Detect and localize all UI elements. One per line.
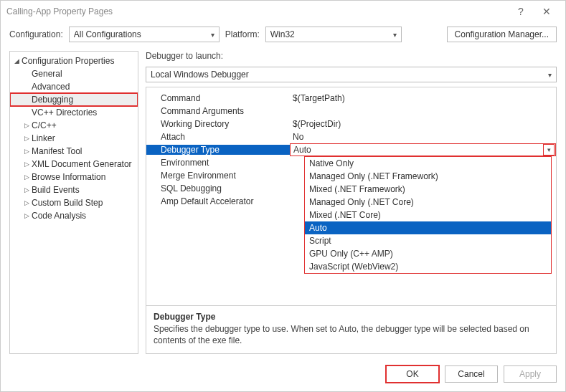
- grid-row[interactable]: Command Arguments: [146, 105, 556, 118]
- right-pane: Debugger to launch: Local Windows Debugg…: [146, 51, 557, 354]
- grid-property-name: Working Directory: [146, 119, 290, 129]
- debugger-launch-combo[interactable]: Local Windows Debugger ▾: [146, 67, 557, 82]
- dropdown-option[interactable]: Native Only: [305, 157, 551, 170]
- caret-down-icon: ◢: [13, 57, 20, 64]
- grid-property-name: Command: [146, 93, 290, 103]
- grid-property-name: SQL Debugging: [146, 183, 290, 193]
- configuration-combo[interactable]: All Configurations ▾: [69, 27, 220, 42]
- configuration-label: Configuration:: [9, 29, 63, 39]
- grid-row[interactable]: Command$(TargetPath): [146, 92, 556, 105]
- tree-item-label: C/C++: [30, 120, 57, 130]
- tree-item-label: Manifest Tool: [30, 146, 82, 156]
- ok-button[interactable]: OK: [386, 365, 439, 383]
- dropdown-option[interactable]: Managed Only (.NET Core): [305, 196, 551, 209]
- grid-value-text: Auto: [293, 145, 543, 155]
- titlebar: Calling-App Property Pages ? ✕: [1, 1, 565, 22]
- tree-item[interactable]: ▷Code Analysis: [10, 209, 138, 222]
- caret-right-icon: ▷: [23, 212, 30, 219]
- platform-label: Platform:: [225, 29, 260, 39]
- tree-item[interactable]: ▷Browse Information: [10, 171, 138, 183]
- dialog-buttons: OK Cancel Apply: [1, 360, 565, 391]
- tree-item-label: Advanced: [30, 82, 70, 92]
- grid-property-value[interactable]: Auto▾: [290, 143, 556, 156]
- caret-right-icon: ▷: [23, 161, 30, 168]
- tree-item-label: XML Document Generator: [30, 159, 132, 169]
- caret-right-icon: ▷: [23, 135, 30, 142]
- grid-row[interactable]: AttachNo: [146, 130, 556, 143]
- grid-row[interactable]: Working Directory$(ProjectDir): [146, 118, 556, 130]
- debugger-type-dropdown[interactable]: Native OnlyManaged Only (.NET Framework)…: [304, 156, 552, 274]
- tree-item[interactable]: ▷Manifest Tool: [10, 145, 138, 158]
- property-pages-window: Calling-App Property Pages ? ✕ Configura…: [0, 0, 566, 392]
- caret-right-icon: ▷: [23, 148, 30, 155]
- grid-property-name: Amp Default Accelerator: [146, 196, 290, 206]
- grid-property-name: Merge Environment: [146, 171, 290, 181]
- dropdown-option[interactable]: Mixed (.NET Core): [305, 209, 551, 221]
- tree-item[interactable]: Advanced: [10, 80, 138, 93]
- platform-combo[interactable]: Win32 ▾: [265, 27, 402, 42]
- tree-item-label: Linker: [30, 133, 55, 143]
- chevron-down-icon: ▾: [208, 31, 214, 39]
- dropdown-button[interactable]: ▾: [543, 144, 555, 156]
- grid-property-value[interactable]: $(TargetPath): [290, 93, 556, 103]
- tree-item-label: General: [30, 69, 62, 79]
- dropdown-option[interactable]: Managed Only (.NET Framework): [305, 170, 551, 183]
- dropdown-option[interactable]: Mixed (.NET Framework): [305, 183, 551, 196]
- tree-item[interactable]: VC++ Directories: [10, 106, 138, 119]
- grid-row[interactable]: Debugger TypeAuto▾: [146, 143, 556, 156]
- dropdown-option[interactable]: GPU Only (C++ AMP): [305, 247, 551, 260]
- tree-item[interactable]: ▷Linker: [10, 132, 138, 145]
- configuration-manager-button[interactable]: Configuration Manager...: [447, 27, 557, 42]
- property-description: Debugger Type Specifies the debugger typ…: [146, 305, 556, 353]
- tree-root-label: Configuration Properties: [20, 56, 114, 66]
- tree-item-label: Build Events: [30, 185, 80, 195]
- debugger-launch-value: Local Windows Debugger: [151, 70, 545, 80]
- dropdown-option[interactable]: Auto: [305, 221, 551, 234]
- cancel-button[interactable]: Cancel: [445, 365, 498, 383]
- tree-item[interactable]: General: [10, 67, 138, 80]
- caret-right-icon: ▷: [23, 173, 30, 181]
- grid-property-name: Debugger Type: [146, 145, 290, 155]
- chevron-down-icon: ▾: [390, 31, 397, 39]
- window-title: Calling-App Property Pages: [6, 6, 508, 16]
- tree-root[interactable]: ◢ Configuration Properties: [10, 54, 138, 67]
- tree-item[interactable]: ▷XML Document Generator: [10, 158, 138, 171]
- configuration-value: All Configurations: [74, 29, 208, 39]
- tree-item[interactable]: ▷C/C++: [10, 119, 138, 132]
- debugger-launch-label: Debugger to launch:: [146, 51, 557, 61]
- caret-right-icon: ▷: [23, 122, 30, 129]
- caret-right-icon: ▷: [23, 199, 30, 206]
- apply-button[interactable]: Apply: [504, 365, 557, 383]
- tree-item-label: Code Analysis: [30, 211, 86, 221]
- grid-property-value[interactable]: $(ProjectDir): [290, 119, 556, 129]
- tree-item-label: VC++ Directories: [30, 107, 97, 118]
- grid-property-name: Attach: [146, 132, 290, 142]
- config-tree[interactable]: ◢ Configuration Properties GeneralAdvanc…: [9, 51, 138, 354]
- close-button[interactable]: ✕: [534, 6, 560, 17]
- tree-item-label: Debugging: [30, 95, 73, 105]
- grid-property-name: Environment: [146, 158, 290, 168]
- tree-item-label: Browse Information: [30, 172, 105, 182]
- grid-property-value[interactable]: No: [290, 132, 556, 142]
- property-grid[interactable]: Command$(TargetPath)Command ArgumentsWor…: [146, 92, 556, 305]
- config-row: Configuration: All Configurations ▾ Plat…: [1, 22, 565, 51]
- tree-item[interactable]: Debugging: [10, 93, 138, 106]
- platform-value: Win32: [270, 29, 390, 39]
- caret-right-icon: ▷: [23, 186, 30, 193]
- chevron-down-icon: ▾: [545, 71, 552, 79]
- help-button[interactable]: ?: [508, 6, 534, 17]
- tree-item[interactable]: ▷Build Events: [10, 183, 138, 196]
- tree-item-label: Custom Build Step: [30, 198, 103, 208]
- dropdown-option[interactable]: Script: [305, 234, 551, 247]
- description-text: Specifies the debugger type to use. When…: [154, 323, 549, 346]
- grid-property-name: Command Arguments: [146, 106, 290, 116]
- body: ◢ Configuration Properties GeneralAdvanc…: [1, 51, 565, 360]
- property-grid-container: Command$(TargetPath)Command ArgumentsWor…: [146, 87, 557, 354]
- dropdown-option[interactable]: JavaScript (WebView2): [305, 260, 551, 273]
- description-title: Debugger Type: [154, 312, 549, 322]
- tree-item[interactable]: ▷Custom Build Step: [10, 196, 138, 209]
